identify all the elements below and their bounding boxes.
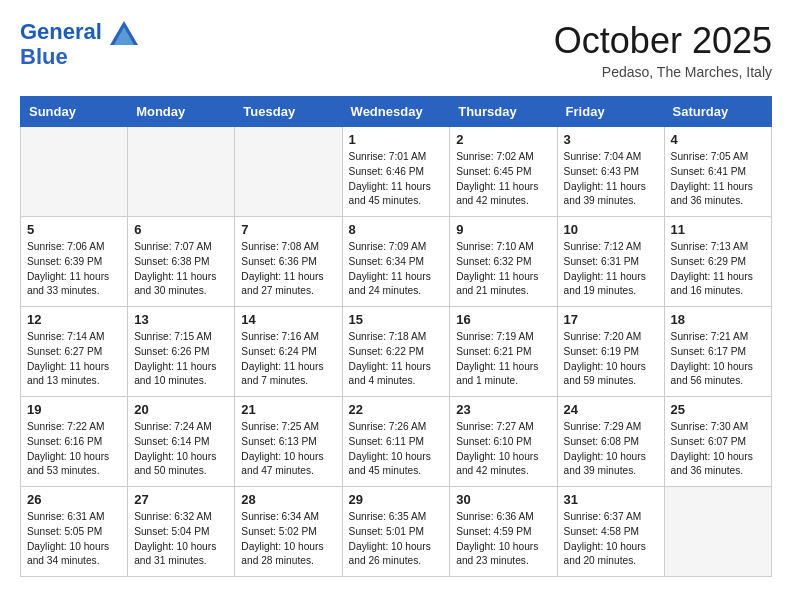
day-number: 10 <box>564 222 658 237</box>
day-info: Sunrise: 7:24 AMSunset: 6:14 PMDaylight:… <box>134 420 228 479</box>
day-info: Sunrise: 7:15 AMSunset: 6:26 PMDaylight:… <box>134 330 228 389</box>
day-number: 1 <box>349 132 444 147</box>
calendar-cell: 29Sunrise: 6:35 AMSunset: 5:01 PMDayligh… <box>342 487 450 577</box>
weekday-header-sunday: Sunday <box>21 97 128 127</box>
logo: General Blue <box>20 20 138 69</box>
calendar-cell: 19Sunrise: 7:22 AMSunset: 6:16 PMDayligh… <box>21 397 128 487</box>
day-number: 31 <box>564 492 658 507</box>
day-info: Sunrise: 7:14 AMSunset: 6:27 PMDaylight:… <box>27 330 121 389</box>
day-info: Sunrise: 6:34 AMSunset: 5:02 PMDaylight:… <box>241 510 335 569</box>
day-number: 2 <box>456 132 550 147</box>
weekday-header-friday: Friday <box>557 97 664 127</box>
day-info: Sunrise: 7:16 AMSunset: 6:24 PMDaylight:… <box>241 330 335 389</box>
day-info: Sunrise: 7:10 AMSunset: 6:32 PMDaylight:… <box>456 240 550 299</box>
weekday-header-thursday: Thursday <box>450 97 557 127</box>
calendar-cell <box>235 127 342 217</box>
calendar-cell: 20Sunrise: 7:24 AMSunset: 6:14 PMDayligh… <box>128 397 235 487</box>
calendar-cell: 10Sunrise: 7:12 AMSunset: 6:31 PMDayligh… <box>557 217 664 307</box>
day-info: Sunrise: 6:31 AMSunset: 5:05 PMDaylight:… <box>27 510 121 569</box>
calendar-cell: 17Sunrise: 7:20 AMSunset: 6:19 PMDayligh… <box>557 307 664 397</box>
day-number: 3 <box>564 132 658 147</box>
calendar-cell: 31Sunrise: 6:37 AMSunset: 4:58 PMDayligh… <box>557 487 664 577</box>
calendar-cell: 30Sunrise: 6:36 AMSunset: 4:59 PMDayligh… <box>450 487 557 577</box>
calendar-cell: 13Sunrise: 7:15 AMSunset: 6:26 PMDayligh… <box>128 307 235 397</box>
calendar-cell <box>128 127 235 217</box>
day-number: 24 <box>564 402 658 417</box>
calendar-cell: 21Sunrise: 7:25 AMSunset: 6:13 PMDayligh… <box>235 397 342 487</box>
calendar-cell: 14Sunrise: 7:16 AMSunset: 6:24 PMDayligh… <box>235 307 342 397</box>
calendar-cell: 4Sunrise: 7:05 AMSunset: 6:41 PMDaylight… <box>664 127 771 217</box>
day-info: Sunrise: 7:18 AMSunset: 6:22 PMDaylight:… <box>349 330 444 389</box>
page-header: General Blue October 2025 Pedaso, The Ma… <box>20 20 772 80</box>
day-number: 7 <box>241 222 335 237</box>
day-info: Sunrise: 7:13 AMSunset: 6:29 PMDaylight:… <box>671 240 765 299</box>
day-info: Sunrise: 6:36 AMSunset: 4:59 PMDaylight:… <box>456 510 550 569</box>
calendar-cell: 26Sunrise: 6:31 AMSunset: 5:05 PMDayligh… <box>21 487 128 577</box>
day-info: Sunrise: 7:07 AMSunset: 6:38 PMDaylight:… <box>134 240 228 299</box>
day-number: 20 <box>134 402 228 417</box>
day-number: 13 <box>134 312 228 327</box>
calendar-cell: 22Sunrise: 7:26 AMSunset: 6:11 PMDayligh… <box>342 397 450 487</box>
day-info: Sunrise: 7:30 AMSunset: 6:07 PMDaylight:… <box>671 420 765 479</box>
calendar-cell: 18Sunrise: 7:21 AMSunset: 6:17 PMDayligh… <box>664 307 771 397</box>
day-number: 19 <box>27 402 121 417</box>
calendar-cell: 5Sunrise: 7:06 AMSunset: 6:39 PMDaylight… <box>21 217 128 307</box>
weekday-header-tuesday: Tuesday <box>235 97 342 127</box>
day-info: Sunrise: 7:01 AMSunset: 6:46 PMDaylight:… <box>349 150 444 209</box>
week-row-3: 19Sunrise: 7:22 AMSunset: 6:16 PMDayligh… <box>21 397 772 487</box>
day-info: Sunrise: 7:19 AMSunset: 6:21 PMDaylight:… <box>456 330 550 389</box>
day-number: 26 <box>27 492 121 507</box>
day-number: 9 <box>456 222 550 237</box>
calendar-cell: 28Sunrise: 6:34 AMSunset: 5:02 PMDayligh… <box>235 487 342 577</box>
day-number: 17 <box>564 312 658 327</box>
day-info: Sunrise: 7:02 AMSunset: 6:45 PMDaylight:… <box>456 150 550 209</box>
day-number: 16 <box>456 312 550 327</box>
day-number: 27 <box>134 492 228 507</box>
title-block: October 2025 Pedaso, The Marches, Italy <box>554 20 772 80</box>
week-row-2: 12Sunrise: 7:14 AMSunset: 6:27 PMDayligh… <box>21 307 772 397</box>
day-number: 18 <box>671 312 765 327</box>
logo-text: General <box>20 20 138 45</box>
day-info: Sunrise: 7:27 AMSunset: 6:10 PMDaylight:… <box>456 420 550 479</box>
day-number: 25 <box>671 402 765 417</box>
day-info: Sunrise: 6:37 AMSunset: 4:58 PMDaylight:… <box>564 510 658 569</box>
day-info: Sunrise: 6:35 AMSunset: 5:01 PMDaylight:… <box>349 510 444 569</box>
day-number: 21 <box>241 402 335 417</box>
day-number: 5 <box>27 222 121 237</box>
day-number: 22 <box>349 402 444 417</box>
calendar-cell: 25Sunrise: 7:30 AMSunset: 6:07 PMDayligh… <box>664 397 771 487</box>
day-number: 30 <box>456 492 550 507</box>
day-number: 4 <box>671 132 765 147</box>
weekday-header-wednesday: Wednesday <box>342 97 450 127</box>
calendar-cell: 16Sunrise: 7:19 AMSunset: 6:21 PMDayligh… <box>450 307 557 397</box>
calendar-cell: 7Sunrise: 7:08 AMSunset: 6:36 PMDaylight… <box>235 217 342 307</box>
calendar-table: SundayMondayTuesdayWednesdayThursdayFrid… <box>20 96 772 577</box>
day-info: Sunrise: 7:12 AMSunset: 6:31 PMDaylight:… <box>564 240 658 299</box>
day-info: Sunrise: 7:25 AMSunset: 6:13 PMDaylight:… <box>241 420 335 479</box>
day-info: Sunrise: 7:04 AMSunset: 6:43 PMDaylight:… <box>564 150 658 209</box>
day-number: 11 <box>671 222 765 237</box>
calendar-cell: 11Sunrise: 7:13 AMSunset: 6:29 PMDayligh… <box>664 217 771 307</box>
calendar-cell: 6Sunrise: 7:07 AMSunset: 6:38 PMDaylight… <box>128 217 235 307</box>
weekday-header-row: SundayMondayTuesdayWednesdayThursdayFrid… <box>21 97 772 127</box>
calendar-cell: 2Sunrise: 7:02 AMSunset: 6:45 PMDaylight… <box>450 127 557 217</box>
day-number: 8 <box>349 222 444 237</box>
day-info: Sunrise: 7:22 AMSunset: 6:16 PMDaylight:… <box>27 420 121 479</box>
day-info: Sunrise: 7:06 AMSunset: 6:39 PMDaylight:… <box>27 240 121 299</box>
day-number: 6 <box>134 222 228 237</box>
calendar-cell: 12Sunrise: 7:14 AMSunset: 6:27 PMDayligh… <box>21 307 128 397</box>
calendar-cell <box>664 487 771 577</box>
calendar-cell: 8Sunrise: 7:09 AMSunset: 6:34 PMDaylight… <box>342 217 450 307</box>
week-row-4: 26Sunrise: 6:31 AMSunset: 5:05 PMDayligh… <box>21 487 772 577</box>
calendar-cell: 24Sunrise: 7:29 AMSunset: 6:08 PMDayligh… <box>557 397 664 487</box>
week-row-0: 1Sunrise: 7:01 AMSunset: 6:46 PMDaylight… <box>21 127 772 217</box>
logo-line2: Blue <box>20 45 138 69</box>
day-info: Sunrise: 7:21 AMSunset: 6:17 PMDaylight:… <box>671 330 765 389</box>
day-info: Sunrise: 7:20 AMSunset: 6:19 PMDaylight:… <box>564 330 658 389</box>
day-info: Sunrise: 7:05 AMSunset: 6:41 PMDaylight:… <box>671 150 765 209</box>
calendar-cell: 23Sunrise: 7:27 AMSunset: 6:10 PMDayligh… <box>450 397 557 487</box>
day-number: 12 <box>27 312 121 327</box>
day-number: 28 <box>241 492 335 507</box>
day-info: Sunrise: 7:29 AMSunset: 6:08 PMDaylight:… <box>564 420 658 479</box>
calendar-cell: 1Sunrise: 7:01 AMSunset: 6:46 PMDaylight… <box>342 127 450 217</box>
